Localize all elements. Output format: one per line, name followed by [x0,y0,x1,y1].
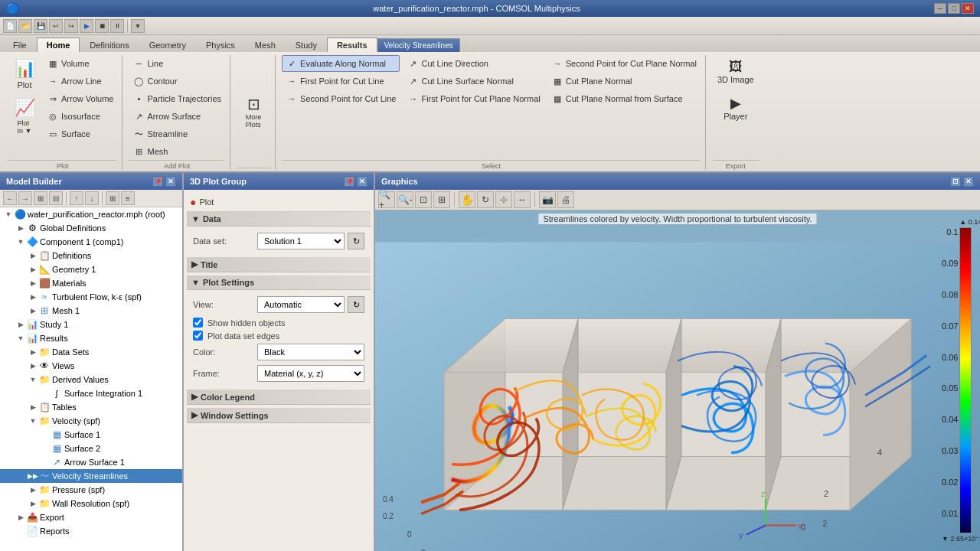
derived-values-arrow[interactable] [28,374,38,385]
contour-item[interactable]: ◯Contour [129,73,225,90]
tree-item-root[interactable]: 🔵 water_purification_reactor.mph (root) [0,207,182,221]
definitions-arrow[interactable] [28,250,38,261]
line-item[interactable]: ─Line [129,55,225,72]
tab-velocity-streamlines[interactable]: Velocity Streamlines [377,38,460,52]
vel-streamlines-arrow[interactable]: ▶ [28,471,38,481]
pause-button[interactable]: ⏸ [110,19,124,33]
tree-item-surface-integration1[interactable]: ∫ Surface Integration 1 [0,386,182,400]
view-refresh-btn[interactable]: ↻ [348,296,364,313]
tree-item-turbulent-flow[interactable]: ≈ Turbulent Flow, k-ε (spf) [0,290,182,304]
data-section-header[interactable]: ▼ Data [187,212,371,227]
zoom-out-btn[interactable]: 🔍- [397,191,413,208]
tree-columns-btn[interactable]: ⊞ [106,191,119,205]
tab-home[interactable]: Home [37,37,80,52]
tree-item-pressure-spf[interactable]: 📁 Pressure (spf) [0,483,182,497]
tree-item-materials[interactable]: 🟫 Materials [0,276,182,290]
camera-btn[interactable]: 📷 [539,191,556,208]
tab-results[interactable]: Results [327,37,377,52]
tree-item-surface1[interactable]: ▦ Surface 1 [0,428,182,442]
study1-arrow[interactable] [15,319,26,330]
graphics-close-btn[interactable]: ✕ [963,176,974,187]
tree-move-up-btn[interactable]: ↑ [70,191,83,205]
volume-item[interactable]: ▦Volume [43,55,117,72]
tree-item-results[interactable]: 📊 Results [0,331,182,345]
color-legend-header[interactable]: ▶ Color Legend [187,390,371,405]
tree-back-btn[interactable]: ← [3,191,17,205]
turbulent-flow-arrow[interactable] [28,292,38,302]
root-expand-arrow[interactable] [3,209,14,220]
save-button[interactable]: 💾 [34,19,47,33]
tree-expand-btn[interactable]: ⊞ [34,191,47,205]
settings-close-btn[interactable]: ✕ [357,176,368,187]
cut-line-direction-item[interactable]: ↗ Cut Line Direction [403,55,544,72]
frame-select[interactable]: Material (x, y, z) [257,365,364,382]
open-button[interactable]: 📂 [18,19,32,33]
more-button[interactable]: ▼ [131,19,145,33]
zoom-in-btn[interactable]: 🔍+ [378,191,395,208]
first-pt-cut-plane-normal-item[interactable]: → First Point for Cut Plane Normal [403,90,544,107]
pressure-spf-arrow[interactable] [28,484,38,495]
tree-item-tables[interactable]: 📋 Tables [0,400,182,414]
3d-image-button[interactable]: 🖼 3D Image [712,55,760,88]
tree-item-export[interactable]: 📤 Export [0,510,182,524]
stop-button[interactable]: ⏹ [95,19,109,33]
dataset-select[interactable]: Solution 1 [257,233,345,249]
cut-plane-normal-surface-item[interactable]: ▦ Cut Plane Normal from Surface [547,90,701,107]
tree-item-global-defs[interactable]: ⚙ Global Definitions [0,221,182,235]
minimize-button[interactable]: ─ [934,3,946,14]
color-select[interactable]: Black [257,344,364,360]
global-defs-arrow[interactable] [15,223,26,233]
particle-traj-item[interactable]: •Particle Trajectories [129,90,225,107]
surface-item[interactable]: ▭Surface [43,126,117,142]
tree-collapse-btn[interactable]: ⊟ [49,191,63,205]
undo-button[interactable]: ↩ [49,19,63,33]
settings-pin-btn[interactable]: 📌 [344,176,354,187]
plot-settings-header[interactable]: ▼ Plot Settings [187,276,371,290]
zoom-extents-btn[interactable]: ⊡ [415,191,432,208]
tree-move-down-btn[interactable]: ↓ [85,191,99,205]
tables-arrow[interactable] [28,402,38,412]
print-btn[interactable]: 🖨 [557,191,574,208]
first-point-cut-line-item[interactable]: → First Point for Cut Line [282,73,400,90]
tab-geometry[interactable]: Geometry [139,37,196,52]
export-arrow[interactable] [15,512,26,523]
tree-item-derived-values[interactable]: 📁 Derived Values [0,373,182,386]
tree-item-study1[interactable]: 📊 Study 1 [0,318,182,331]
window-settings-header[interactable]: ▶ Window Settings [187,408,371,423]
maximize-button[interactable]: □ [948,3,960,14]
isosurface-item[interactable]: ◎Isosurface [43,108,117,125]
evaluate-along-normal-item[interactable]: ✓ Evaluate Along Normal [282,55,400,72]
select-btn[interactable]: ⊹ [495,191,512,208]
results-arrow[interactable] [15,333,26,344]
tab-file[interactable]: File [3,37,37,52]
tree-item-arrow-surface1[interactable]: ↗ Arrow Surface 1 [0,455,182,469]
tree-item-comp1[interactable]: 🔷 Component 1 (comp1) [0,235,182,249]
velocity-spf-arrow[interactable] [28,416,38,426]
cut-plane-normal-item[interactable]: ▦ Cut Plane Normal [547,73,701,90]
datasets-arrow[interactable] [28,347,38,357]
tree-item-datasets[interactable]: 📁 Data Sets [0,345,182,359]
titlebar-controls[interactable]: ─ □ ✕ [934,3,974,14]
tree-item-views[interactable]: 👁 Views [0,359,182,373]
tree-item-definitions[interactable]: 📋 Definitions [0,249,182,262]
plot-in-button[interactable]: 📈 PlotIn ▼ [8,94,41,139]
wall-resolution-arrow[interactable] [28,498,38,509]
pan-btn[interactable]: ✋ [459,191,475,208]
redo-button[interactable]: ↪ [64,19,78,33]
zoom-box-btn[interactable]: ⊞ [433,191,450,208]
graphics-viewport[interactable]: x z y 0.5 0.5 0 0 0.4 0.2 0 2 4 Streamli… [375,210,980,551]
geometry1-arrow[interactable] [28,264,38,275]
mesh1-arrow[interactable] [28,305,38,316]
title-section-header[interactable]: ▶ Title [187,257,371,272]
views-arrow[interactable] [28,360,38,371]
tree-item-velocity-streamlines[interactable]: ▶ 〜 Velocity Streamlines [0,469,182,483]
view-select[interactable]: Automatic [257,296,345,313]
tree-item-reports[interactable]: 📄 Reports [0,524,182,538]
mesh-item[interactable]: ⊞Mesh [129,143,225,160]
tab-study[interactable]: Study [286,37,327,52]
arrow-surface-item[interactable]: ↗Arrow Surface [129,108,225,125]
tree-forward-btn[interactable]: → [18,191,32,205]
tree-item-mesh1[interactable]: ⊞ Mesh 1 [0,304,182,318]
second-pt-cut-plane-normal-item[interactable]: → Second Point for Cut Plane Normal [547,55,701,72]
tab-mesh[interactable]: Mesh [245,37,286,52]
